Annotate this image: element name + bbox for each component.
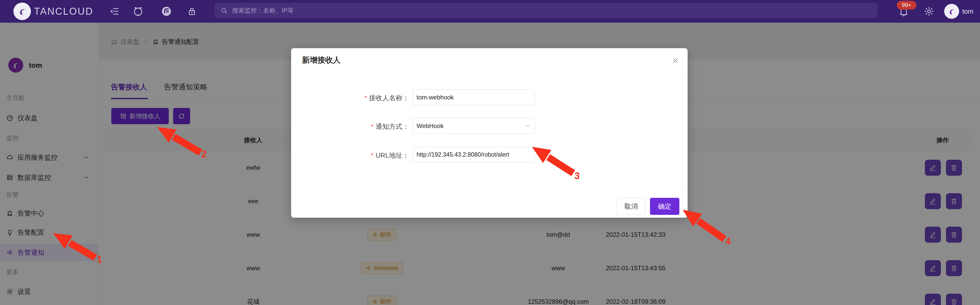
gitee-icon[interactable] [161,0,172,23]
annotation-number-1: 1 [97,254,102,265]
annotation-number-3: 3 [574,170,580,181]
search-icon [220,7,228,14]
user-avatar[interactable] [944,4,959,19]
notification-count-badge: 99+ [897,1,916,10]
modal-footer-divider [291,191,687,191]
annotation-number-2: 2 [202,149,207,160]
modal-header-divider [291,73,687,73]
nav-username[interactable]: tom [962,0,973,23]
github-icon[interactable] [133,0,143,23]
modal-title: 新增接收人 [302,55,340,65]
recipient-name-label: *接收人名称： [296,94,409,103]
chevron-down-icon [525,123,531,129]
close-icon[interactable] [670,55,681,66]
search-input[interactable] [232,7,878,14]
brand-wordmark: TANCLOUD [34,0,93,23]
cancel-button[interactable]: 取消 [616,198,646,215]
recipient-name-field[interactable] [413,89,535,105]
monitor-search-box [215,3,878,18]
menu-fold-icon[interactable] [110,0,119,23]
confirm-button[interactable]: 确定 [650,198,679,215]
add-recipient-modal: 新增接收人 *接收人名称： *通知方式： WebHook *URL地址： 取消 … [291,48,687,218]
gear-icon[interactable] [924,0,934,23]
notify-method-label: *通知方式： [296,122,409,131]
url-field[interactable] [413,147,535,162]
lock-icon[interactable] [187,0,197,23]
tancloud-logo[interactable] [13,3,31,20]
top-navbar: TANCLOUD 99+ tom [0,0,980,23]
app-root: TANCLOUD 99+ tom tom 主导航 仪表盘 [0,0,980,305]
url-label: *URL地址： [296,151,409,160]
annotation-number-4: 4 [725,236,730,247]
notify-method-select[interactable]: WebHook [413,118,535,134]
